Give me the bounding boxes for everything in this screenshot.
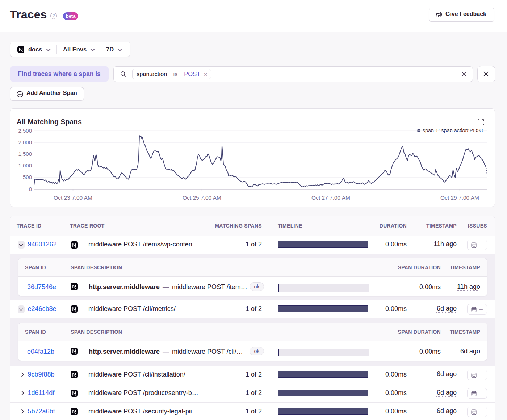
svg-text:Oct 27 7:00 AM: Oct 27 7:00 AM (311, 195, 350, 201)
svg-text:1,500: 1,500 (18, 151, 32, 157)
svg-text:Oct 25 7:00 AM: Oct 25 7:00 AM (183, 195, 221, 201)
svg-text:Oct 23 7:00 AM: Oct 23 7:00 AM (54, 195, 92, 201)
svg-text:Oct 29 7:00 AM: Oct 29 7:00 AM (440, 195, 479, 201)
svg-text:500: 500 (23, 174, 32, 180)
svg-text:2,000: 2,000 (18, 139, 32, 145)
svg-text:1,000: 1,000 (18, 162, 32, 169)
svg-text:2,500: 2,500 (18, 128, 32, 134)
svg-text:0: 0 (29, 186, 32, 192)
